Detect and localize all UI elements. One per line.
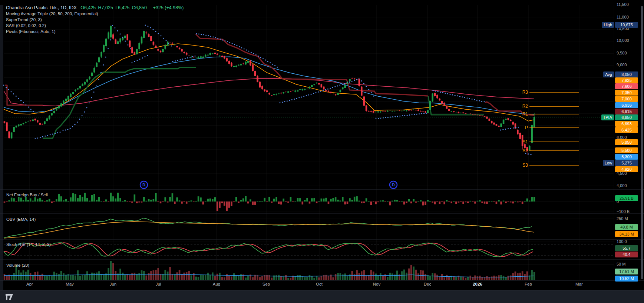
axis-price-label: 40.4	[615, 252, 638, 257]
chart-canvas[interactable]: DD	[0, 0, 644, 303]
axis-price-label: 7,606	[615, 83, 638, 89]
axis-tick: 10,000	[617, 38, 629, 43]
axis-label-prefix-tpia: TPIA	[601, 114, 614, 120]
indicator-legend-row[interactable]: Moving Average Triple (20, 50, 200, Expo…	[6, 11, 98, 16]
pivot-lines	[529, 92, 579, 165]
axis-price-label: 49.8 M	[615, 224, 638, 230]
ema20-line	[4, 44, 534, 121]
bottom-toolbar: TradingView	[0, 290, 644, 303]
time-axis-month-label: Apr	[26, 282, 33, 286]
axis-label-prefix-high: High	[602, 22, 614, 28]
axis-price-label: 10.52 M	[615, 276, 638, 282]
axis-tick: 11,000	[617, 15, 629, 19]
indicator-legend-row[interactable]: SuperTrend (20, 3)	[6, 17, 42, 22]
axis-price-label: 17.51 M	[615, 269, 638, 274]
axis-price-label: 8,050	[615, 71, 638, 77]
axis-tick: 100.0	[617, 239, 627, 244]
sar-dots	[3, 24, 532, 155]
axis-price-label: 6,850	[615, 114, 638, 120]
pane-title-obv[interactable]: OBV (EMA, 14)	[6, 217, 36, 222]
time-axis-month-label: Mar	[575, 282, 583, 286]
pane-title-volume[interactable]: Volume (20)	[6, 263, 29, 267]
background-layer	[0, 5, 3, 290]
time-axis-month-label: Feb	[525, 282, 532, 286]
axis-tick: 9,000	[617, 63, 627, 67]
axis-tick: 4,000	[617, 183, 627, 188]
ohlc-h: H7,025	[98, 5, 116, 10]
axis-tick: 11,500	[617, 2, 629, 7]
pivot-label-r1: R1	[513, 111, 528, 117]
event-markers: DD	[140, 181, 397, 189]
tradingview-chart-window: DD Chandra Asri Pacific Tbk., 1D, IDX O6…	[0, 0, 644, 303]
ohlc-o: O6,425	[80, 5, 98, 10]
axis-price-label: 6,425	[615, 127, 638, 133]
axis-label-prefix-avg: Avg	[603, 71, 614, 77]
axis-price-label: 5,850	[615, 139, 638, 145]
time-axis-month-label: Dec	[424, 282, 431, 286]
dividend-marker[interactable]: D	[390, 181, 397, 189]
price-axis-scrollbar[interactable]	[641, 6, 643, 279]
axis-tick: 250 M	[617, 216, 628, 221]
axis-price-label: 34.13 M	[615, 231, 638, 237]
axis-price-label: 7,925	[615, 77, 638, 83]
pivot-label-r3: R3	[513, 90, 528, 95]
obv-ema-line	[4, 222, 534, 238]
supertrend-lines	[5, 34, 534, 138]
volume-bars	[4, 261, 535, 280]
ohlc-values: O6,425 H7,025 L6,425 C6,850	[80, 5, 149, 10]
time-axis-month-label: Jun	[110, 282, 117, 286]
axis-price-label: 5,500	[615, 147, 638, 153]
time-axis-month-label: Oct	[316, 282, 323, 286]
axis-price-label: 5,300	[615, 154, 638, 160]
axis-price-label: 6,693	[615, 121, 638, 127]
axis-price-label: 7,350	[615, 90, 638, 96]
indicator-legend-row[interactable]: Pivots (Fibonacci, Auto, 1)	[6, 29, 56, 34]
axis-price-label: 55.7	[615, 245, 638, 251]
net-foreign-bars	[4, 193, 535, 211]
time-axis-month-label: Jul	[156, 282, 161, 286]
axis-label-prefix-low: Low	[603, 160, 614, 166]
pivot-label-s2: S2	[513, 148, 528, 153]
pane-title-net-foreign[interactable]: Net Foreign Buy / Sell	[6, 193, 48, 197]
pivot-label-r2: R2	[513, 104, 528, 109]
ohlc-l: L6,425	[115, 5, 132, 10]
obv-line	[4, 218, 532, 238]
axis-price-label: 10,675	[615, 22, 638, 28]
axis-price-label: 25.91 B	[615, 195, 638, 201]
time-axis-year-label: 2026	[473, 282, 482, 286]
svg-text:D: D	[392, 183, 395, 187]
symbol-title[interactable]: Chandra Asri Pacific Tbk., 1D, IDX	[6, 5, 77, 10]
axis-price-label: 5,275	[615, 160, 638, 166]
axis-tick: 50 M	[617, 262, 625, 266]
symbol-legend[interactable]: Chandra Asri Pacific Tbk., 1D, IDX O6,42…	[6, 5, 184, 11]
time-axis-month-label: Aug	[213, 282, 220, 286]
time-axis-month-label: May	[66, 282, 74, 286]
pane-separators	[0, 5, 644, 281]
time-axis-month-label: Nov	[373, 282, 380, 286]
axis-price-label: 7,000	[615, 96, 638, 102]
time-axis-month-label: Sep	[262, 282, 270, 286]
axis-price-label: 6,936	[615, 102, 638, 108]
axis-tick: −100 B	[617, 209, 630, 214]
axis-price-label: 6,915	[615, 109, 638, 114]
dividend-marker[interactable]: D	[140, 181, 148, 189]
pane-title-stoch-rsi[interactable]: Stoch RSI (14, 14, 3, 3)	[6, 242, 51, 247]
pivot-label-p: P	[513, 125, 528, 130]
pivot-label-s1: S1	[513, 139, 528, 144]
svg-text:D: D	[142, 183, 145, 187]
tradingview-logo-icon[interactable]	[5, 294, 13, 300]
indicator-legend-row[interactable]: SAR (0.02, 0.02, 0.2)	[6, 23, 46, 28]
axis-price-label: 4,920	[615, 166, 638, 172]
pivot-label-s3: S3	[513, 163, 528, 168]
ohlc-c: C6,850	[132, 5, 149, 10]
change-value: +325 (+4.98%)	[153, 5, 184, 10]
axis-tick: 9,500	[617, 51, 627, 55]
